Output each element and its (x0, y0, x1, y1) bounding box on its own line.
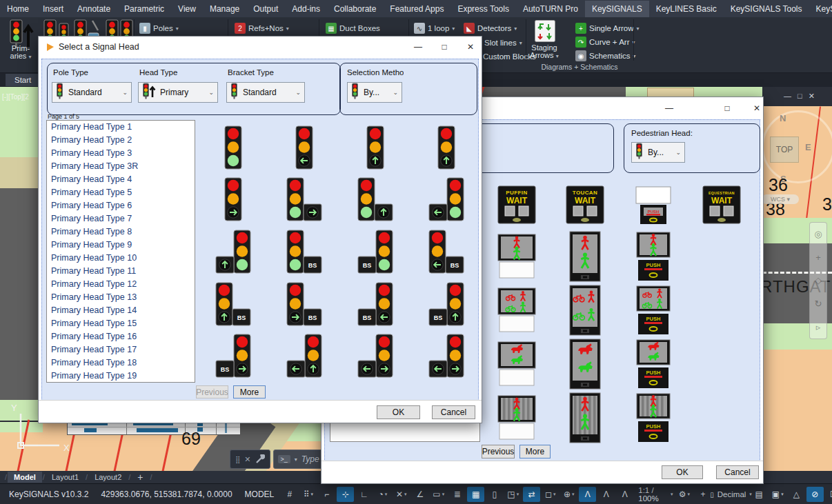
more-button[interactable]: More (519, 445, 551, 458)
dynamic-input-icon[interactable]: ⊹ (337, 487, 354, 502)
single-arrow-button[interactable]: +Single Arrow▾ (575, 23, 640, 34)
list-item[interactable]: Primary Head Type 7 (47, 212, 195, 225)
pedestrian-head-option[interactable]: PUSH (619, 283, 687, 337)
list-item[interactable]: Primary Head Type 17 (47, 343, 195, 356)
signal-head-option[interactable] (268, 121, 339, 174)
object-snap-icon[interactable]: ▭▾ (430, 487, 447, 502)
layout-tab-layout2[interactable]: Layout2 (88, 472, 128, 483)
previous-button[interactable]: Previous (482, 445, 515, 458)
staging-arrows-button[interactable]: Staging Arrows ▾ (526, 44, 562, 60)
poles-button[interactable]: ▮Poles▾ (139, 23, 179, 34)
layout-tab-layout1[interactable]: Layout1 (46, 472, 85, 483)
primaries-button[interactable]: Prim- aries ▾ (7, 45, 34, 61)
maximize-button[interactable]: □ (433, 39, 455, 55)
file-tab-start[interactable]: Start (6, 74, 40, 86)
osnap-tracking-icon[interactable]: ✕▾ (393, 487, 410, 502)
signal-head-option[interactable] (197, 225, 268, 278)
menu-tab-collaborate[interactable]: Collaborate (327, 1, 383, 17)
list-item[interactable]: Primary Head Type 16 (47, 330, 195, 343)
navigation-wheel-icon[interactable]: ◎ (814, 229, 822, 239)
pedestrian-head-option[interactable] (482, 230, 551, 283)
dialog-titlebar[interactable]: Select a Signal Head — □ ✕ (39, 37, 482, 57)
workspace-switching-icon[interactable]: ⚙▾ (675, 487, 693, 502)
annotation-scale-icon[interactable]: ⊕▾ (560, 487, 577, 502)
units-button[interactable]: ▯Decimal▾ (713, 487, 749, 502)
pedestrian-head-option[interactable] (551, 391, 619, 445)
annotation-add-icon[interactable]: Λ (597, 487, 615, 502)
minimize-button[interactable]: — (407, 39, 429, 55)
signal-head-option[interactable]: BS (410, 225, 482, 278)
cancel-button[interactable]: Cancel (716, 465, 759, 479)
isolate-objects-icon[interactable]: △ (788, 487, 805, 502)
menu-tab-home[interactable]: Home (0, 1, 36, 17)
signal-head-option[interactable]: BS (197, 278, 268, 330)
viewcube-north[interactable]: N (780, 113, 786, 123)
orbit-icon[interactable]: ↻ (815, 299, 822, 309)
viewcube-east[interactable]: E (805, 142, 811, 152)
pedestrian-head-option[interactable] (551, 337, 619, 391)
pan-icon[interactable]: + (815, 252, 821, 263)
pedestrian-head-select[interactable]: By... ⌄ (631, 142, 685, 163)
list-item[interactable]: Primary Head Type 4 (47, 173, 195, 186)
menu-tab-autoturn-pro[interactable]: AutoTURN Pro (516, 1, 585, 17)
signal-head-option[interactable]: BS (197, 330, 268, 382)
signal-head-option[interactable] (268, 174, 339, 226)
menu-tab-annotate[interactable]: Annotate (70, 1, 117, 17)
menu-tab-view[interactable]: View (171, 1, 203, 17)
menu-tab-keysignals-tools[interactable]: KeySIGNALS Tools (724, 1, 809, 17)
list-item[interactable]: Primary Head Type 2 (47, 134, 195, 147)
menu-tab-featured-apps[interactable]: Featured Apps (383, 1, 450, 17)
lineweight-icon[interactable]: ≣ (448, 487, 466, 502)
annotation-visibility-icon[interactable]: ⇄ (523, 487, 540, 502)
isodraft-icon[interactable]: ∠ (411, 487, 428, 502)
model-space-button[interactable]: MODEL (239, 490, 280, 499)
command-line-grip[interactable]: ⣿ ✕ (230, 450, 270, 469)
pedestrian-head-option[interactable]: PUSH (619, 230, 687, 283)
list-item[interactable]: Primary Head Type 15 (47, 317, 195, 330)
infer-constraints-icon[interactable]: ⌐ (318, 487, 335, 502)
ok-button[interactable]: OK (662, 465, 703, 479)
trusted-app-icon[interactable]: ☑ (825, 487, 832, 502)
ok-button[interactable]: OK (377, 405, 420, 419)
schematics-button[interactable]: ◉Schematics▾ (575, 50, 635, 61)
viewcube-wcs-menu[interactable]: WCS ▾ (762, 194, 799, 204)
signal-head-option[interactable]: BS (268, 278, 339, 330)
crosshair-icon[interactable]: + (694, 487, 711, 502)
annotation-watch-icon[interactable]: Λ (579, 487, 596, 502)
menu-tab-keylines-basic[interactable]: KeyLINES Basic (649, 1, 724, 17)
pedestrian-head-option[interactable] (551, 230, 619, 283)
refs-nos-button[interactable]: 2Refs+Nos▾ (235, 23, 289, 34)
signal-head-option[interactable]: BS (410, 278, 482, 330)
staging-arrows-icon[interactable] (535, 20, 555, 45)
signal-head-option[interactable]: BS (339, 278, 410, 330)
signal-head-option[interactable] (268, 330, 339, 382)
doc-restore-button[interactable]: □ (798, 92, 802, 101)
signal-head-option[interactable] (410, 330, 482, 382)
ortho-mode-icon[interactable]: ∟ (355, 487, 373, 502)
more-button[interactable]: More (233, 385, 266, 399)
dynamic-ucs-icon[interactable]: ◳▾ (504, 487, 522, 502)
curve-arrow-button[interactable]: ↷Curve + Arr▾ (575, 37, 635, 48)
signal-head-option[interactable] (410, 121, 482, 174)
signal-head-option[interactable]: BS (268, 225, 339, 278)
close-icon[interactable]: ✕ (244, 455, 250, 464)
pole-type-select[interactable]: Standard ⌄ (52, 82, 132, 103)
list-item[interactable]: Primary Head Type 5 (47, 186, 195, 199)
pedestrian-head-option[interactable] (482, 337, 551, 391)
list-item[interactable]: Primary Head Type 11 (47, 265, 195, 278)
selection-cycling-icon[interactable]: ▦ (467, 487, 484, 502)
viewcube-top-face[interactable]: TOP (770, 137, 799, 163)
new-layout-button[interactable]: + (131, 470, 149, 484)
bracket-type-select[interactable]: Standard ⌄ (226, 82, 305, 103)
menu-tab-manage[interactable]: Manage (203, 1, 246, 17)
layout-tab-model[interactable]: Model (8, 472, 42, 483)
viewport-controls[interactable]: [-][Top][2 (2, 93, 29, 101)
list-item[interactable]: Primary Head Type 6 (47, 199, 195, 212)
duct-boxes-button[interactable]: ▦Duct Boxes (326, 23, 380, 34)
list-item[interactable]: Primary Head Type 3 (47, 147, 195, 160)
list-item[interactable]: Primary Head Type 10 (47, 252, 195, 265)
signal-head-option[interactable] (339, 330, 410, 382)
signal-head-option[interactable] (410, 174, 482, 226)
3d-object-snap-icon[interactable]: ▯ (486, 487, 503, 502)
grid-display-icon[interactable]: # (281, 487, 298, 502)
